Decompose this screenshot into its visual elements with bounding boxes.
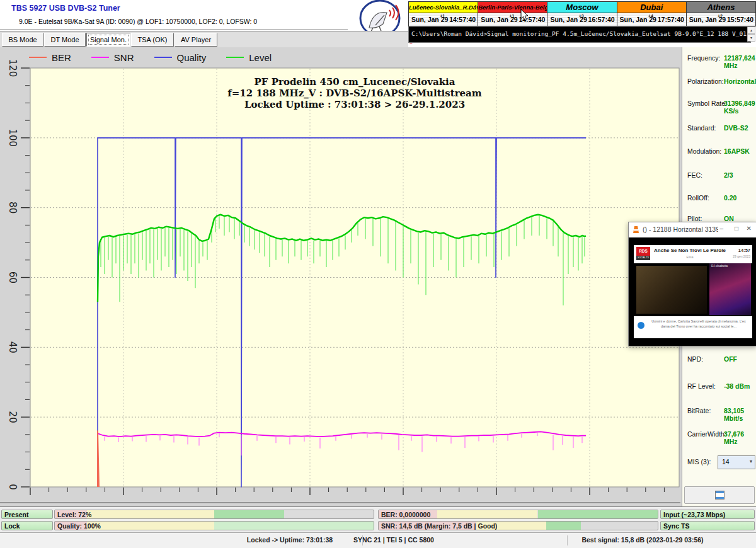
clock-dubai: DubaiSun, Jan 29+417:57:40 — [617, 2, 687, 26]
clock-time-row: Sun, Jan 29+215:57:40 — [687, 13, 755, 26]
statusbar: Locked -> Uptime: 73:01:38 SYNC 21 | TEI… — [0, 532, 756, 548]
rds-logo: RDS SOCIAL TV — [636, 247, 650, 260]
clock-time-row: Sun, Jan 29+316:57:40 — [547, 13, 616, 26]
clock-utc-offset: +1 — [509, 14, 514, 18]
command-line[interactable]: C:\Users\Roman Dávid>Signal monitoring_P… — [408, 26, 751, 43]
syncts-indicator: Sync TS — [660, 521, 755, 530]
now-playing-artist: Elisa — [653, 255, 727, 259]
svg-text:120: 120 — [7, 59, 18, 77]
clock-city-label: Dubai — [617, 2, 686, 13]
clock-city-label: Berlin-Paris-Vienna-Belgrade — [478, 2, 547, 13]
present-indicator: Present — [1, 510, 53, 519]
rds-logo-text: RDS — [636, 247, 650, 256]
clock-time: 16:57:40 — [588, 16, 615, 23]
status-divider — [567, 535, 568, 545]
clock-time-row: Sun, Jan 29+114:57:40 — [478, 13, 547, 26]
app-title: TBS 5927 USB DVB-S2 Tuner — [11, 4, 120, 13]
video-thumbnail-main — [636, 266, 707, 314]
bar-segment-green — [538, 510, 658, 518]
sidebar-value: -38 dBm — [724, 382, 750, 390]
clock-time: 14:57:40 — [449, 16, 476, 23]
maximize-button[interactable]: □ — [735, 225, 738, 232]
clock-city-label: Athens — [687, 2, 755, 13]
rds-logo-sub: SOCIAL TV — [636, 256, 650, 260]
svg-text:20: 20 — [7, 411, 18, 423]
sidebar-label: Standard: — [687, 124, 716, 132]
tab-signal-mon-[interactable]: Signal Mon. — [86, 33, 130, 47]
sidebar-value: 83,105 Mbit/s — [724, 407, 756, 422]
input-indicator: Input (~23,73 Mbps) — [660, 510, 755, 519]
sidebar-value: 2/3 — [724, 171, 733, 179]
sidebar-value: Horizontal — [724, 77, 756, 85]
now-playing-title: Anche Se Non Trovi Le Parole — [653, 248, 727, 253]
world-clocks: Lučenec-Slovakia_R.DávidSun, Jan 29+114:… — [408, 1, 756, 26]
sidebar-value: 37,676 MHz — [724, 430, 756, 445]
vlc-video-area[interactable]: RDS SOCIAL TV Anche Se Non Trovi Le Paro… — [629, 237, 756, 346]
mouse-cursor — [520, 9, 529, 21]
bar-segment-yellow — [87, 522, 214, 530]
vlc-title: () - 12188 Horizontal 31396,849... — [643, 225, 718, 233]
sidebar-value: DVB-S2 — [724, 124, 748, 132]
ber-progressbar: BER: 0,0000000 — [378, 510, 658, 519]
tbs-tuner-window: TBS 5927 USB DVB-S2 Tuner 9.0E - Eutelsa… — [0, 0, 756, 548]
clock-time: 15:57:40 — [727, 16, 753, 23]
clock-time-row: Sun, Jan 29+114:57:40 — [409, 13, 478, 26]
lock-indicator: Lock — [1, 521, 53, 530]
signal-status-bars: Present Level: 72% BER: 0,0000000 Input … — [0, 506, 756, 532]
sidebar-tool-button[interactable] — [684, 486, 755, 504]
clock-time: 17:57:40 — [658, 16, 684, 23]
sidebar-value: 12187,624 MHz — [724, 54, 756, 69]
best-signal-status: Best signal: 15,8 dB (2023-01-29 03:56) — [581, 536, 703, 544]
sidebar-label: Polarization: — [687, 77, 724, 85]
bar-segment-yellow — [87, 510, 214, 518]
sidebar-label: RF Level: — [687, 382, 716, 390]
svg-text:0: 0 — [7, 484, 18, 490]
mis-value: 14 — [722, 458, 730, 465]
tv-clock: 14:57 — [738, 248, 750, 253]
bar-segment-yellow — [437, 510, 537, 518]
clock-berlin-paris-vienna-belgrade: Berlin-Paris-Vienna-BelgradeSun, Jan 29+… — [478, 2, 547, 26]
minimize-button[interactable]: – — [719, 225, 723, 232]
tab-bs-mode[interactable]: BS Mode — [2, 33, 43, 47]
clock-utc-offset: +2 — [718, 14, 723, 18]
header-divider — [0, 29, 348, 30]
chart-title-line2: f=12 188 MHz_V : DVB-S2/16APSK-Multistre… — [30, 88, 679, 99]
chart-title: PF Prodelin 450 cm_Lucenec/Slovakia f=12… — [30, 76, 679, 110]
sidebar-value: OFF — [724, 355, 737, 363]
clock-athens: AthensSun, Jan 29+215:57:40 — [687, 2, 755, 26]
uptime-status: Locked -> Uptime: 73:01:38 — [247, 536, 333, 544]
mis-dropdown[interactable]: 14 ▾ — [718, 455, 755, 469]
news-ticker: Uomini e donne, Carlotta Savorelli opera… — [649, 319, 748, 329]
terminal-scrollbar: ▴ ▾ — [747, 26, 755, 43]
close-button[interactable]: ✕ — [747, 225, 752, 232]
bar-segment-palegreen — [214, 522, 374, 530]
vlc-player-window[interactable]: () - 12188 Horizontal 31396,849... – □ ✕… — [628, 222, 756, 346]
chevron-down-icon: ▾ — [750, 456, 752, 467]
tv-header: RDS SOCIAL TV Anche Se Non Trovi Le Paro… — [634, 245, 752, 263]
clock-city-label: Lučenec-Slovakia_R.Dávid — [409, 2, 478, 13]
header: TBS 5927 USB DVB-S2 Tuner 9.0E - Eutelsa… — [0, 0, 756, 47]
sync-status: SYNC 21 | TEI 5 | CC 5800 — [353, 536, 434, 544]
sidebar-label: Modulation: — [687, 147, 721, 155]
scroll-down-icon[interactable]: ▾ — [747, 34, 755, 42]
sidebar-label: CarrierWidth: — [687, 430, 726, 438]
snr-progressbar: SNR: 14,5 dB (Margin: 7,5 dB | Good) — [378, 521, 658, 530]
svg-text:40: 40 — [7, 341, 18, 353]
tab-tsa-ok-[interactable]: TSA (OK) — [131, 33, 174, 47]
clock-moscow: MoscowSun, Jan 29+316:57:40 — [547, 2, 617, 26]
scroll-up-icon[interactable]: ▴ — [747, 26, 755, 34]
sidebar-label: Frequency: — [687, 54, 721, 62]
chart-title-line3: Locked Uptime : 73:01:38 > 26-29.1.2023 — [30, 99, 679, 110]
tab-av-player[interactable]: AV Player — [175, 33, 217, 47]
tab-dt-mode[interactable]: DT Mode — [44, 33, 86, 47]
clock-city-label: Moscow — [547, 2, 616, 13]
sidebar-label: Symbol Rate: — [687, 100, 727, 107]
sidebar-label: NPD: — [687, 355, 703, 363]
vlc-titlebar[interactable]: () - 12188 Horizontal 31396,849... – □ ✕ — [629, 222, 756, 238]
tv-frame: RDS SOCIAL TV Anche Se Non Trovi Le Paro… — [634, 245, 752, 338]
satellite-subtitle: 9.0E - Eutelsat 9B/Ka-Sat 9A (ID: 0090) … — [19, 18, 257, 25]
level-label: Level: 72% — [57, 510, 91, 519]
sidebar-value: 0.20 — [724, 194, 736, 202]
chart-title-line1: PF Prodelin 450 cm_Lucenec/Slovakia — [30, 76, 679, 88]
sidebar-label: RollOff: — [687, 194, 709, 202]
